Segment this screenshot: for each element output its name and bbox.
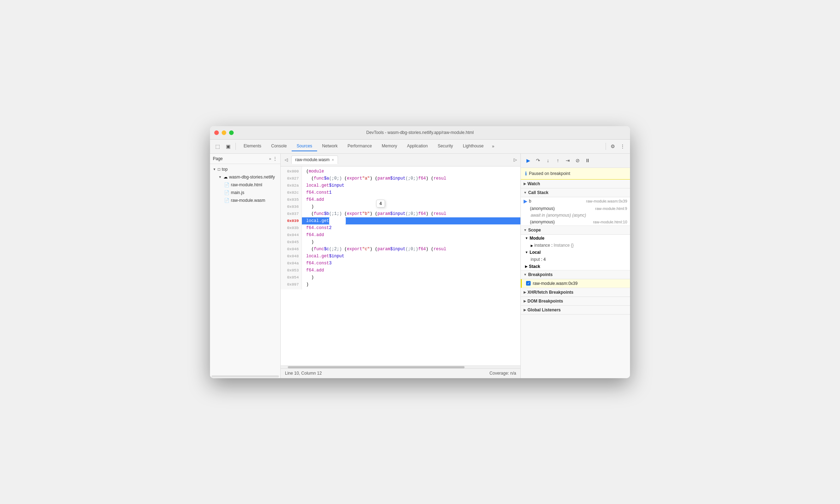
breakpoints-label: Breakpoints bbox=[528, 272, 553, 277]
code-editor[interactable]: 0x000 0x027 0x02a 0x02c 0x035 0x036 0x03… bbox=[281, 166, 520, 365]
global-listeners-section-header[interactable]: ▶ Global Listeners bbox=[521, 306, 630, 315]
code-line-12: (func $c (;2;) (export "c") (param $inpu… bbox=[302, 246, 520, 253]
watch-section-header[interactable]: ▶ Watch bbox=[521, 180, 630, 188]
devtools-window: DevTools - wasm-dbg-stories.netlify.app/… bbox=[210, 126, 630, 378]
more-options-icon[interactable]: ⋮ bbox=[618, 142, 627, 151]
cursor-icon[interactable]: ⬚ bbox=[213, 142, 222, 151]
sidebar-scrollbar[interactable] bbox=[211, 375, 279, 377]
debug-toolbar: ▶ ↷ ↓ ↑ ⇥ ⊘ ⏸ bbox=[521, 154, 630, 168]
callstack-loc-anon1: raw-module.html:9 bbox=[595, 206, 627, 211]
scope-instance-row: ▶ instance : Instance {} bbox=[521, 242, 630, 249]
line-num-15: 0x053 bbox=[284, 267, 299, 274]
minimize-button[interactable] bbox=[222, 130, 226, 135]
callstack-async-label: await in (anonymous) (async) bbox=[531, 213, 586, 218]
maximize-button[interactable] bbox=[229, 130, 234, 135]
editor-area: ◁ raw-module.wasm × ▷ 0x000 0x027 0x02a … bbox=[281, 154, 520, 378]
tree-item-wasm[interactable]: 📄 raw-module.wasm bbox=[210, 197, 280, 204]
scope-section-header[interactable]: ▼ Scope bbox=[521, 226, 630, 235]
scope-local-label: Local bbox=[530, 250, 541, 255]
callstack-fn-b: b bbox=[529, 199, 585, 204]
callstack-row-anon1[interactable]: (anonymous) raw-module.html:9 bbox=[521, 205, 630, 212]
tree-item-top[interactable]: ▼ □ top bbox=[210, 165, 280, 173]
line-num-9: 0x03b bbox=[284, 224, 299, 232]
code-wrapper: 0x000 0x027 0x02a 0x02c 0x035 0x036 0x03… bbox=[281, 166, 520, 289]
pause-exceptions-btn[interactable]: ⏸ bbox=[583, 156, 592, 165]
dom-section-header[interactable]: ▶ DOM Breakpoints bbox=[521, 297, 630, 306]
xhr-label: XHR/fetch Breakpoints bbox=[527, 290, 573, 295]
scope-module-label: Module bbox=[530, 236, 544, 241]
step-btn[interactable]: ⇥ bbox=[563, 156, 572, 165]
sidebar-menu-icon[interactable]: ⋮ bbox=[273, 156, 278, 162]
tree-label-html: raw-module.html bbox=[231, 182, 262, 187]
callstack-async-row: await in (anonymous) (async) bbox=[521, 212, 630, 218]
line-num-1: 0x000 bbox=[284, 168, 299, 175]
tab-memory[interactable]: Memory bbox=[377, 141, 402, 151]
tab-close-icon[interactable]: × bbox=[332, 158, 334, 162]
more-tabs-icon[interactable]: » bbox=[489, 142, 498, 151]
tree-item-origin[interactable]: ▼ ☁ wasm-dbg-stories.netlify bbox=[210, 173, 280, 181]
scope-instance-value: Instance {} bbox=[554, 243, 574, 248]
step-over-btn[interactable]: ↷ bbox=[533, 156, 543, 165]
close-button[interactable] bbox=[214, 130, 219, 135]
xhr-section-header[interactable]: ▶ XHR/fetch Breakpoints bbox=[521, 288, 630, 297]
tab-filename: raw-module.wasm bbox=[295, 157, 329, 162]
breakpoints-section-header[interactable]: ▼ Breakpoints bbox=[521, 270, 630, 279]
code-line-1: (module bbox=[302, 168, 520, 175]
tree-label-top: top bbox=[222, 167, 228, 172]
breakpoint-label: raw-module.wasm:0x39 bbox=[533, 281, 578, 286]
code-line-6: ) bbox=[302, 203, 520, 210]
line-num-12: 0x046 bbox=[284, 246, 299, 253]
code-line-14: f64.const 3 bbox=[302, 260, 520, 267]
tab-console[interactable]: Console bbox=[266, 141, 292, 151]
current-frame-icon: ▶ bbox=[524, 198, 527, 204]
line-num-10: 0x044 bbox=[284, 232, 299, 239]
paused-label: Paused on breakpoint bbox=[529, 171, 570, 176]
step-out-btn[interactable]: ↑ bbox=[553, 156, 562, 165]
breakpoint-item-1[interactable]: ✓ raw-module.wasm:0x39 bbox=[521, 279, 630, 288]
breakpoint-checkbox[interactable]: ✓ bbox=[526, 281, 531, 286]
code-line-7: (func $b (;1;) (export "b") (param $inpu… bbox=[302, 210, 520, 217]
active-editor-tab[interactable]: raw-module.wasm × bbox=[291, 156, 338, 164]
code-scrollbar-thumb[interactable] bbox=[288, 366, 465, 368]
code-line-3: local.get $input bbox=[302, 182, 520, 189]
step-into-btn[interactable]: ↓ bbox=[543, 156, 553, 165]
scope-input-value: 4 bbox=[543, 257, 546, 262]
scope-stack[interactable]: ▶ Stack bbox=[521, 263, 630, 270]
code-line-2: (func $a (;0;) (export "a") (param $inpu… bbox=[302, 175, 520, 182]
tab-security[interactable]: Security bbox=[433, 141, 458, 151]
callstack-content: ▶ b raw-module.wasm:0x39 (anonymous) raw… bbox=[521, 197, 630, 226]
tree-item-js[interactable]: 📄 main.js bbox=[210, 189, 280, 197]
tab-network[interactable]: Network bbox=[317, 141, 343, 151]
callstack-row-b[interactable]: ▶ b raw-module.wasm:0x39 bbox=[521, 197, 630, 205]
sidebar-page-label: Page bbox=[213, 156, 269, 161]
callstack-row-anon2[interactable]: (anonymous) raw-module.html:10 bbox=[521, 218, 630, 225]
tab-sources[interactable]: Sources bbox=[292, 141, 317, 151]
tab-elements[interactable]: Elements bbox=[239, 141, 266, 151]
callstack-section-header[interactable]: ▼ Call Stack bbox=[521, 188, 630, 197]
main-tab-bar: Elements Console Sources Network Perform… bbox=[239, 141, 603, 151]
code-scrollbar[interactable] bbox=[281, 365, 520, 368]
code-content: 0x000 0x027 0x02a 0x02c 0x035 0x036 0x03… bbox=[281, 166, 520, 289]
more-icon[interactable]: » bbox=[269, 157, 271, 161]
run-snippet-icon[interactable]: ▷ bbox=[511, 156, 519, 164]
code-line-15: f64.add bbox=[302, 267, 520, 274]
tab-application[interactable]: Application bbox=[402, 141, 433, 151]
scope-module[interactable]: ▼ Module bbox=[521, 235, 630, 242]
resume-btn[interactable]: ▶ bbox=[524, 156, 533, 165]
scope-input-row: input : 4 bbox=[521, 256, 630, 263]
tree-label-wasm: raw-module.wasm bbox=[231, 198, 265, 203]
separator2 bbox=[606, 143, 606, 150]
settings-icon[interactable]: ⚙ bbox=[608, 142, 617, 151]
dock-icon[interactable]: ▣ bbox=[223, 142, 233, 151]
tab-lighthouse[interactable]: Lighthouse bbox=[458, 141, 489, 151]
status-bar: Line 10, Column 12 Coverage: n/a bbox=[281, 368, 520, 378]
tree-item-html[interactable]: 📄 raw-module.html bbox=[210, 181, 280, 189]
window-controls bbox=[214, 130, 234, 135]
scope-local[interactable]: ▼ Local bbox=[521, 249, 630, 256]
deactivate-breakpoints-btn[interactable]: ⊘ bbox=[573, 156, 582, 165]
tab-performance[interactable]: Performance bbox=[343, 141, 377, 151]
window-title: DevTools - wasm-dbg-stories.netlify.app/… bbox=[366, 130, 474, 135]
global-arrow-icon: ▶ bbox=[524, 308, 526, 312]
tab-back-icon[interactable]: ◁ bbox=[282, 156, 290, 164]
tooltip-value: 4 bbox=[379, 201, 382, 206]
